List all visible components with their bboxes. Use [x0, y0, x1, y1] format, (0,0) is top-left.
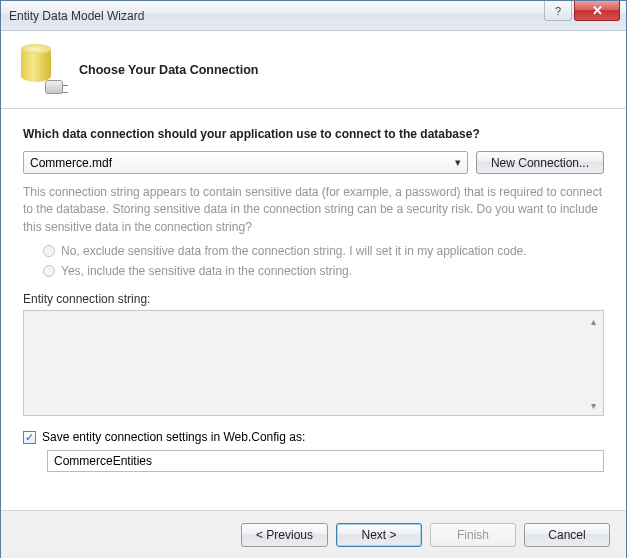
wizard-header: Choose Your Data Connection	[1, 31, 626, 109]
title-bar: Entity Data Model Wizard ? ✕	[1, 1, 626, 31]
window-title: Entity Data Model Wizard	[9, 9, 544, 23]
scroll-up-icon: ▴	[585, 313, 601, 329]
connection-row: Commerce.mdf New Connection...	[23, 151, 604, 174]
close-button[interactable]: ✕	[574, 1, 620, 21]
save-settings-checkbox[interactable]: ✓	[23, 431, 36, 444]
sensitive-radio-group: No, exclude sensitive data from the conn…	[23, 244, 604, 278]
check-icon: ✓	[25, 432, 34, 443]
save-settings-row: ✓ Save entity connection settings in Web…	[23, 430, 604, 444]
conn-string-textarea: ▴ ▾	[23, 310, 604, 416]
radio-include-option: Yes, include the sensitive data in the c…	[43, 264, 604, 278]
close-icon: ✕	[592, 3, 603, 18]
connection-dropdown-value: Commerce.mdf	[30, 156, 112, 170]
scrollbar: ▴ ▾	[585, 313, 601, 413]
help-button[interactable]: ?	[544, 1, 572, 21]
wizard-content: Which data connection should your applic…	[1, 109, 626, 482]
cancel-button[interactable]: Cancel	[524, 523, 610, 547]
next-button[interactable]: Next >	[336, 523, 422, 547]
radio-include	[43, 265, 55, 277]
finish-button: Finish	[430, 523, 516, 547]
connection-question: Which data connection should your applic…	[23, 127, 604, 141]
wizard-footer: < Previous Next > Finish Cancel	[1, 510, 626, 558]
sensitive-warning: This connection string appears to contai…	[23, 184, 604, 236]
settings-name-input[interactable]	[47, 450, 604, 472]
radio-exclude-option: No, exclude sensitive data from the conn…	[43, 244, 604, 258]
radio-exclude-label: No, exclude sensitive data from the conn…	[61, 244, 527, 258]
scroll-down-icon: ▾	[585, 397, 601, 413]
previous-button[interactable]: < Previous	[241, 523, 328, 547]
window-controls: ? ✕	[544, 1, 626, 30]
radio-include-label: Yes, include the sensitive data in the c…	[61, 264, 352, 278]
database-icon	[19, 46, 61, 94]
page-title: Choose Your Data Connection	[79, 63, 258, 77]
save-settings-label: Save entity connection settings in Web.C…	[42, 430, 305, 444]
conn-string-label: Entity connection string:	[23, 292, 604, 306]
new-connection-button[interactable]: New Connection...	[476, 151, 604, 174]
radio-exclude	[43, 245, 55, 257]
connection-dropdown[interactable]: Commerce.mdf	[23, 151, 468, 174]
